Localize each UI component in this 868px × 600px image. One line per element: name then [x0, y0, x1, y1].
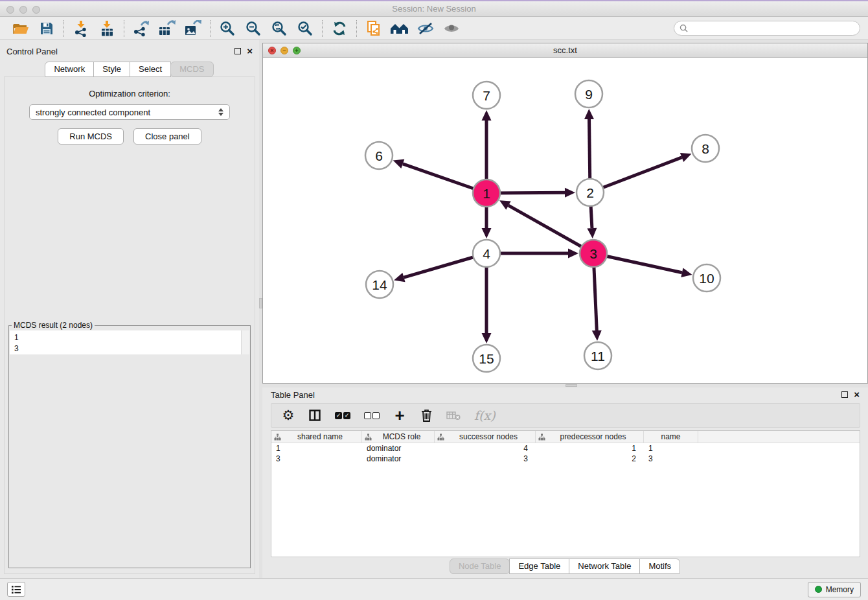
zoom-in-button[interactable]: [214, 19, 240, 38]
cell-predecessor-nodes[interactable]: 2: [536, 454, 644, 463]
network-minimize-button[interactable]: −: [280, 47, 288, 54]
column-header-label: predecessor nodes: [545, 432, 641, 441]
control-panel-header: Control Panel ×: [0, 44, 259, 58]
application-window: Session: New Session: [0, 0, 868, 600]
zoom-out-button[interactable]: [240, 19, 266, 38]
control-panel-tab-select[interactable]: Select: [130, 62, 171, 77]
close-panel-icon[interactable]: ×: [247, 48, 253, 54]
graph-node-2[interactable]: 2: [577, 179, 604, 206]
delete-rows-button[interactable]: [420, 406, 433, 424]
right-column: × − + scc.txt 7968124314101511 Table Pan…: [262, 40, 868, 578]
graph-node-11[interactable]: 11: [584, 342, 611, 369]
edge-3-1[interactable]: [508, 205, 593, 253]
export-table-button[interactable]: [154, 19, 180, 38]
cell-predecessor-nodes[interactable]: 1: [536, 444, 644, 453]
optimization-criterion-dropdown[interactable]: strongly connected component: [29, 104, 230, 120]
control-panel-tab-style[interactable]: Style: [93, 62, 130, 77]
graph-node-7[interactable]: 7: [473, 82, 500, 109]
memory-status-icon: [815, 586, 822, 593]
column-header-successor-nodes[interactable]: successor nodes: [435, 431, 536, 443]
graph-node-3[interactable]: 3: [580, 240, 607, 267]
toolbar-separator: [124, 20, 124, 37]
edge-arrowhead: [568, 249, 578, 259]
hide-selected-button[interactable]: [413, 19, 439, 38]
function-builder-button[interactable]: f(x): [474, 406, 496, 424]
control-panel-tab-mcds[interactable]: MCDS: [170, 62, 213, 77]
search-input[interactable]: [691, 24, 854, 33]
mcds-result-title: MCDS result (2 nodes): [12, 321, 95, 330]
cell-shared-name[interactable]: 1: [271, 444, 362, 453]
graph-node-10[interactable]: 10: [693, 264, 720, 292]
splitter-grip[interactable]: [565, 384, 577, 387]
column-header-name[interactable]: name: [644, 431, 698, 443]
minimize-window-button[interactable]: [19, 6, 27, 14]
column-header-predecessor-nodes[interactable]: predecessor nodes: [536, 431, 644, 443]
network-window-titlebar: × − + scc.txt: [263, 43, 867, 58]
cell-mcds-role[interactable]: dominator: [362, 454, 435, 463]
cell-successor-nodes[interactable]: 3: [435, 454, 536, 463]
table-panel-tab-edge-table[interactable]: Edge Table: [509, 559, 569, 574]
export-network-button[interactable]: [128, 19, 154, 38]
task-history-button[interactable]: [7, 582, 25, 597]
zoom-window-button[interactable]: [32, 6, 40, 14]
refresh-button[interactable]: [326, 19, 352, 38]
table-panel-tab-motifs[interactable]: Motifs: [639, 559, 680, 574]
network-close-button[interactable]: ×: [268, 47, 276, 54]
float-panel-icon[interactable]: [234, 48, 241, 54]
graph-node-6[interactable]: 6: [365, 142, 393, 169]
control-panel-tab-network[interactable]: Network: [45, 62, 94, 77]
close-panel-icon[interactable]: ×: [854, 391, 860, 398]
network-zoom-button[interactable]: +: [293, 47, 301, 54]
table-settings-button[interactable]: ⚙: [282, 406, 295, 424]
column-header-label: shared name: [281, 432, 359, 441]
first-neighbors-button[interactable]: [387, 19, 413, 38]
table-row[interactable]: 1dominator411: [271, 443, 860, 454]
show-all-button[interactable]: [439, 19, 464, 38]
vertical-splitter[interactable]: [259, 40, 262, 578]
table-row[interactable]: 3dominator323: [271, 454, 860, 464]
add-row-button[interactable]: +: [393, 406, 406, 424]
cell-successor-nodes[interactable]: 4: [435, 444, 536, 453]
open-session-button[interactable]: [8, 19, 34, 38]
save-session-button[interactable]: [34, 19, 60, 38]
graph-node-15[interactable]: 15: [473, 345, 500, 372]
result-scrollbar[interactable]: [241, 330, 249, 354]
graph-node-9[interactable]: 9: [575, 80, 602, 108]
graph-node-14[interactable]: 14: [366, 271, 393, 298]
float-panel-icon[interactable]: [841, 391, 848, 398]
table-panel-tab-node-table[interactable]: Node Table: [450, 559, 510, 574]
close-panel-button[interactable]: Close panel: [133, 128, 201, 144]
status-bar: Memory: [0, 578, 868, 600]
splitter-grip[interactable]: [259, 298, 262, 308]
zoom-fit-button[interactable]: [266, 19, 292, 38]
graph-node-4[interactable]: 4: [473, 240, 500, 267]
cell-name[interactable]: 1: [644, 444, 698, 453]
zoom-selected-button[interactable]: [292, 19, 318, 38]
table-panel-tab-network-table[interactable]: Network Table: [569, 559, 640, 574]
select-all-button[interactable]: ✓✓: [335, 406, 350, 424]
import-network-button[interactable]: [68, 19, 94, 38]
cell-mcds-role[interactable]: dominator: [362, 444, 435, 453]
column-header-shared-name[interactable]: shared name: [271, 431, 362, 443]
split-view-button[interactable]: [308, 406, 321, 424]
table-panel-title: Table Panel: [271, 390, 315, 400]
delete-column-button[interactable]: [446, 406, 461, 424]
export-image-button[interactable]: [180, 19, 206, 38]
column-header-mcds-role[interactable]: MCDS role: [362, 431, 435, 443]
graph-node-1[interactable]: 1: [473, 179, 500, 207]
graph-node-8[interactable]: 8: [692, 135, 719, 162]
close-window-button[interactable]: [6, 6, 14, 14]
cell-name[interactable]: 3: [644, 454, 698, 463]
horizontal-splitter[interactable]: [262, 384, 868, 387]
edge-2-8[interactable]: [590, 157, 682, 192]
cell-shared-name[interactable]: 3: [271, 454, 362, 463]
network-canvas[interactable]: 7968124314101511: [263, 58, 867, 383]
run-mcds-button[interactable]: Run MCDS: [58, 128, 124, 144]
search-box[interactable]: [674, 21, 860, 36]
network-graph[interactable]: 7968124314101511: [263, 58, 867, 383]
export-table-icon: [158, 20, 176, 37]
import-table-button[interactable]: [94, 19, 120, 38]
clone-network-button[interactable]: [361, 19, 387, 38]
memory-button[interactable]: Memory: [808, 582, 861, 597]
deselect-all-button[interactable]: [364, 406, 380, 424]
